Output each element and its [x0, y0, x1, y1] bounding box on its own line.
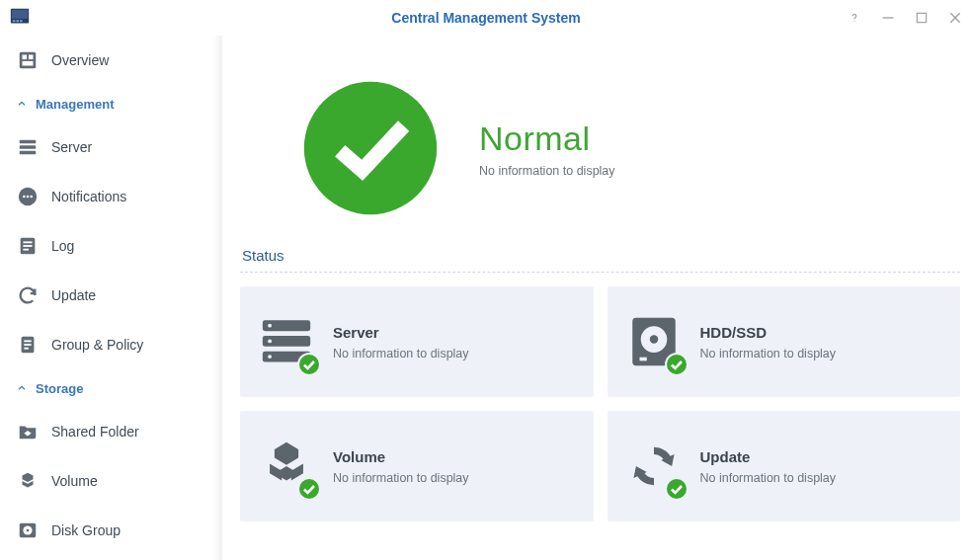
- sidebar-item-label: Volume: [51, 473, 98, 489]
- sidebar-item-label: Log: [51, 238, 74, 254]
- svg-rect-22: [23, 249, 29, 251]
- svg-rect-12: [20, 140, 37, 144]
- svg-point-29: [27, 529, 30, 532]
- policy-icon: [16, 333, 40, 357]
- card-title: Update: [700, 448, 837, 465]
- chevron-up-icon: [16, 98, 28, 110]
- sidebar-section-storage[interactable]: Storage: [0, 369, 221, 407]
- svg-point-30: [304, 82, 437, 214]
- status-heading: Normal: [479, 120, 615, 158]
- status-card-volume[interactable]: Volume No information to display: [240, 411, 594, 521]
- svg-point-5: [853, 21, 854, 22]
- svg-rect-10: [29, 55, 34, 60]
- update-icon: [625, 438, 683, 495]
- svg-point-17: [27, 196, 30, 199]
- app-icon: [8, 6, 32, 30]
- svg-point-34: [268, 324, 272, 328]
- card-subtext: No information to display: [700, 471, 837, 485]
- log-icon: [16, 234, 40, 258]
- svg-rect-8: [20, 52, 37, 69]
- notifications-icon: [16, 185, 40, 208]
- svg-rect-6: [883, 17, 894, 18]
- card-subtext: No information to display: [333, 347, 469, 360]
- maximize-button[interactable]: [913, 9, 931, 27]
- card-title: HDD/SSD: [700, 324, 837, 341]
- sidebar-item-label: Update: [51, 287, 96, 303]
- status-hero: Normal No information to display: [222, 36, 972, 247]
- window-title: Central Management System: [0, 10, 972, 26]
- ok-badge-icon: [297, 353, 321, 376]
- volume-icon: [258, 438, 315, 495]
- svg-rect-14: [20, 151, 37, 155]
- sidebar-item-server[interactable]: Server: [0, 122, 221, 172]
- svg-point-35: [268, 339, 272, 343]
- svg-rect-4: [20, 20, 23, 22]
- sidebar: Overview Management Server: [0, 36, 222, 560]
- update-icon: [16, 283, 40, 307]
- sidebar-item-group-policy[interactable]: Group & Policy: [0, 320, 221, 369]
- ok-badge-icon: [665, 477, 688, 501]
- svg-point-36: [268, 355, 272, 359]
- sidebar-item-disk-group[interactable]: Disk Group: [0, 506, 221, 555]
- help-button[interactable]: [846, 9, 863, 27]
- sidebar-item-notifications[interactable]: Notifications: [0, 172, 221, 221]
- status-section-heading: Status: [240, 247, 960, 273]
- volume-icon: [16, 469, 40, 493]
- close-button[interactable]: [946, 9, 964, 27]
- svg-point-42: [666, 354, 688, 375]
- shared-folder-icon: [16, 420, 40, 443]
- card-subtext: No information to display: [700, 347, 837, 360]
- sidebar-item-label: Overview: [51, 52, 109, 68]
- sidebar-item-shared-folder[interactable]: Shared Folder: [0, 407, 221, 456]
- svg-rect-13: [20, 145, 37, 149]
- window-controls: [846, 9, 964, 27]
- svg-point-44: [666, 478, 688, 500]
- status-subtext: No information to display: [479, 164, 615, 178]
- titlebar: Central Management System: [0, 0, 972, 36]
- card-title: Volume: [333, 448, 469, 465]
- svg-point-37: [298, 354, 320, 375]
- disk-group-icon: [16, 519, 40, 542]
- sidebar-item-update[interactable]: Update: [0, 271, 221, 320]
- svg-rect-41: [639, 358, 646, 361]
- status-card-hdd-ssd[interactable]: HDD/SSD No information to display: [608, 286, 961, 397]
- svg-rect-7: [917, 13, 926, 22]
- svg-rect-9: [23, 55, 28, 60]
- svg-point-16: [23, 196, 26, 199]
- svg-rect-21: [23, 245, 32, 247]
- sidebar-item-overview[interactable]: Overview: [0, 36, 221, 85]
- sidebar-section-management[interactable]: Management: [0, 85, 221, 122]
- sidebar-item-label: Disk Group: [51, 522, 121, 538]
- sidebar-item-volume[interactable]: Volume: [0, 456, 221, 506]
- status-ok-icon: [301, 79, 440, 217]
- main-content: Normal No information to display Status: [222, 36, 972, 560]
- ok-badge-icon: [665, 353, 688, 376]
- card-subtext: No information to display: [333, 471, 469, 485]
- svg-rect-2: [13, 20, 16, 22]
- sidebar-section-label: Management: [36, 97, 114, 112]
- sidebar-item-label: Shared Folder: [51, 424, 139, 440]
- hdd-icon: [625, 313, 683, 370]
- status-card-update[interactable]: Update No information to display: [608, 411, 961, 521]
- chevron-up-icon: [16, 382, 28, 394]
- svg-point-43: [298, 478, 320, 500]
- svg-rect-1: [12, 10, 29, 19]
- overview-icon: [16, 48, 40, 72]
- svg-point-40: [649, 335, 657, 343]
- status-cards: Server No information to display: [222, 273, 972, 535]
- svg-rect-11: [23, 61, 34, 66]
- svg-rect-26: [24, 348, 29, 350]
- svg-point-18: [30, 196, 33, 199]
- svg-rect-3: [16, 20, 19, 22]
- server-icon: [258, 313, 315, 370]
- ok-badge-icon: [297, 477, 321, 501]
- status-card-server[interactable]: Server No information to display: [240, 286, 594, 397]
- svg-rect-24: [24, 340, 31, 342]
- server-icon: [16, 135, 40, 159]
- sidebar-section-label: Storage: [36, 381, 83, 396]
- svg-rect-20: [23, 241, 32, 243]
- sidebar-item-label: Server: [51, 139, 92, 155]
- sidebar-item-label: Notifications: [51, 189, 126, 204]
- minimize-button[interactable]: [879, 9, 897, 27]
- sidebar-item-log[interactable]: Log: [0, 221, 221, 271]
